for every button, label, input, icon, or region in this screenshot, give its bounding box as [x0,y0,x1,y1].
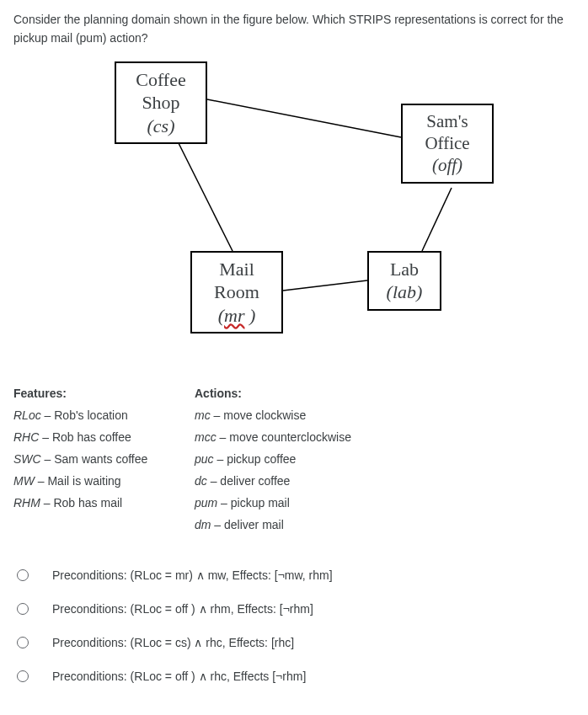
option-row[interactable]: Preconditions: (RLoc = cs) ∧ rhc, Effect… [13,626,575,659]
action-item: mcc – move counterclockwise [195,430,351,444]
node-lab-line1: Lab [377,258,431,281]
node-coffee-line1: Coffee [125,68,197,92]
node-lab: Lab (lab) [367,251,441,311]
answer-options: Preconditions: (RLoc = mr) ∧ mw, Effects… [13,558,575,693]
planning-domain-figure: Coffee Shop (cs) Sam's Office (off) Mail… [89,61,575,382]
option-text: Preconditions: (RLoc = off ) ∧ rhm, Effe… [52,602,313,616]
action-item: puc – pickup coffee [195,452,351,466]
radio-icon[interactable] [17,670,29,682]
radio-icon[interactable] [17,603,29,615]
option-row[interactable]: Preconditions: (RLoc = mr) ∧ mw, Effects… [13,558,575,592]
node-mail-line2: Room [200,280,273,304]
action-item: mc – move clockwise [195,408,351,422]
feature-item: SWC – Sam wants coffee [13,452,178,466]
node-coffee-abbr: (cs) [125,115,197,138]
svg-line-3 [422,188,452,251]
question-text: Consider the planning domain shown in th… [13,10,575,48]
svg-line-1 [178,141,233,251]
node-sams-office: Sam's Office (off) [401,104,494,184]
node-sam-abbr: (off) [411,154,484,176]
action-item: dm – deliver mail [195,518,351,531]
action-item: dc – deliver coffee [195,474,351,488]
option-text: Preconditions: (RLoc = mr) ∧ mw, Effects… [52,568,333,582]
actions-heading: Actions: [195,387,351,400]
features-heading: Features: [13,387,178,400]
node-coffee-shop: Coffee Shop (cs) [115,61,207,145]
node-coffee-line2: Shop [125,91,197,115]
feature-item: MW – Mail is waiting [13,474,178,488]
option-text: Preconditions: (RLoc = cs) ∧ rhc, Effect… [52,636,294,649]
actions-column: Actions: mc – move clockwise mcc – move … [195,387,351,540]
feature-item: RHC – Rob has coffee [13,430,178,444]
option-row[interactable]: Preconditions: (RLoc = off ) ∧ rhm, Effe… [13,592,575,626]
svg-line-0 [207,99,401,137]
option-text: Preconditions: (RLoc = off ) ∧ rhc, Effe… [52,670,306,683]
feature-item: RLoc – Rob's location [13,408,178,422]
node-sam-line2: Office [411,132,484,154]
radio-icon[interactable] [17,637,29,648]
node-mail-abbr: (mr ) [200,304,273,328]
action-item: pum – pickup mail [195,496,351,510]
option-row[interactable]: Preconditions: (RLoc = off ) ∧ rhc, Effe… [13,659,575,693]
definitions-section: Features: RLoc – Rob's location RHC – Ro… [13,387,575,540]
feature-item: RHM – Rob has mail [13,496,178,510]
radio-icon[interactable] [17,569,29,581]
node-mail-room: Mail Room (mr ) [190,251,283,334]
node-lab-abbr: (lab) [377,280,431,304]
svg-line-2 [283,280,367,291]
node-sam-line1: Sam's [411,110,484,132]
features-column: Features: RLoc – Rob's location RHC – Ro… [13,387,178,540]
node-mail-line1: Mail [200,258,273,281]
